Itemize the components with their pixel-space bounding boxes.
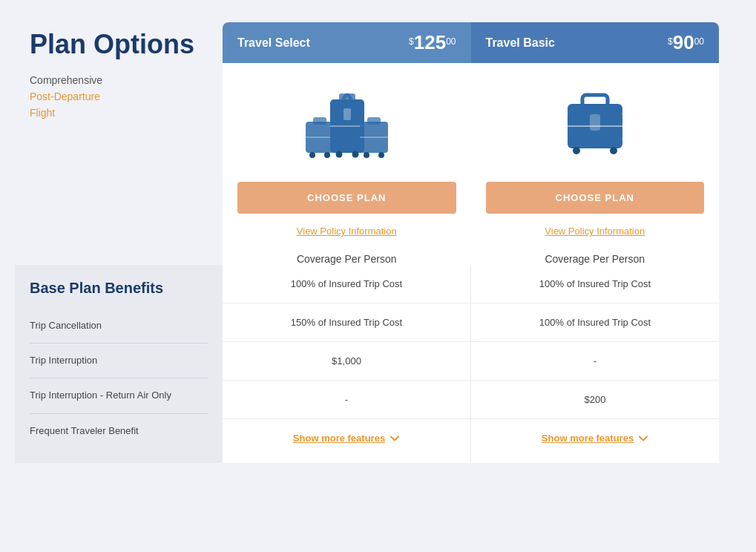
- benefit-select-trip-interruption-return: $1,000: [223, 342, 470, 381]
- svg-point-14: [364, 152, 369, 158]
- benefit-label-trip-interruption-return: Trip Interruption - Return Air Only: [30, 378, 208, 413]
- benefits-labels-panel: Base Plan Benefits Trip Cancellation Tri…: [15, 265, 223, 463]
- svg-point-3: [309, 152, 315, 158]
- coverage-label-basic: Coverage Per Person: [471, 246, 720, 265]
- right-spacer: [719, 22, 741, 265]
- show-more-basic-button[interactable]: Show more features: [542, 433, 648, 444]
- benefits-values-panel: 100% of Insured Trip Cost 150% of Insure…: [223, 265, 719, 463]
- plan-select-name: Travel Select: [237, 36, 310, 50]
- policy-link-select[interactable]: View Policy Information: [223, 226, 471, 237]
- svg-rect-1: [313, 117, 326, 125]
- plan-select-price: $12500: [409, 31, 456, 54]
- chevron-down-icon-basic: [638, 433, 648, 444]
- nav-item-comprehensive: Comprehensive: [30, 74, 208, 86]
- luggage-icon-select: [302, 83, 391, 165]
- svg-point-10: [352, 151, 359, 158]
- benefits-title: Base Plan Benefits: [30, 280, 208, 297]
- svg-rect-19: [590, 114, 600, 131]
- benefit-basic-trip-interruption-return: -: [471, 342, 719, 381]
- plan-select-cents: 00: [446, 36, 456, 47]
- nav-item-flight[interactable]: Flight: [30, 107, 208, 119]
- show-more-select-button[interactable]: Show more features: [293, 433, 400, 444]
- nav-item-post-departure[interactable]: Post-Departure: [30, 91, 208, 102]
- benefit-select-trip-interruption: 150% of Insured Trip Cost: [223, 303, 470, 342]
- choose-plan-select-button[interactable]: CHOOSE PLAN: [237, 182, 456, 214]
- svg-point-21: [610, 147, 617, 154]
- svg-point-20: [573, 147, 580, 154]
- svg-point-15: [378, 152, 384, 158]
- benefit-basic-trip-interruption: 100% of Insured Trip Cost: [471, 303, 719, 342]
- plan-basic-cents: 00: [694, 36, 704, 47]
- plan-select-main: 125: [414, 31, 446, 53]
- benefit-label-trip-cancellation: Trip Cancellation: [30, 309, 208, 344]
- benefits-col-basic: 100% of Insured Trip Cost 100% of Insure…: [470, 265, 719, 463]
- luggage-icon-basic: [554, 83, 636, 165]
- coverage-label-select: Coverage Per Person: [223, 246, 471, 265]
- svg-rect-12: [367, 117, 381, 125]
- plan-select-dollar: $: [409, 36, 414, 47]
- benefit-select-frequent-traveler: -: [223, 381, 470, 419]
- page-title: Plan Options: [30, 30, 208, 59]
- show-more-select-area: Show more features: [223, 419, 470, 457]
- plan-basic-main: 90: [673, 31, 694, 53]
- plan-basic-dollar: $: [668, 36, 673, 47]
- plan-travel-select: Travel Select $12500: [223, 22, 471, 265]
- svg-rect-8: [344, 108, 351, 120]
- sidebar-nav: Comprehensive Post-Departure Flight: [30, 74, 208, 119]
- policy-link-basic[interactable]: View Policy Information: [471, 226, 720, 237]
- svg-point-4: [324, 152, 330, 158]
- svg-point-9: [336, 151, 343, 158]
- plan-basic-icon-area: [471, 63, 720, 182]
- plan-select-icon-area: [223, 63, 471, 182]
- plan-travel-basic: Travel Basic $9000: [471, 22, 720, 265]
- right-spacer-bottom: [719, 265, 741, 463]
- plan-header-basic: Travel Basic $9000: [471, 22, 720, 63]
- plan-basic-name: Travel Basic: [486, 36, 555, 50]
- show-more-basic-area: Show more features: [471, 419, 719, 457]
- benefit-label-frequent-traveler: Frequent Traveler Benefit: [30, 414, 208, 448]
- plan-header-select: Travel Select $12500: [223, 22, 471, 63]
- plan-basic-price: $9000: [668, 31, 704, 54]
- svg-rect-17: [582, 95, 608, 107]
- benefit-label-trip-interruption: Trip Interruption: [30, 344, 208, 378]
- show-more-basic-label: Show more features: [542, 433, 634, 444]
- benefits-col-select: 100% of Insured Trip Cost 150% of Insure…: [223, 265, 470, 463]
- choose-plan-basic-button[interactable]: CHOOSE PLAN: [486, 182, 705, 214]
- benefit-basic-trip-cancellation: 100% of Insured Trip Cost: [471, 265, 719, 303]
- benefit-basic-frequent-traveler: $200: [471, 381, 719, 419]
- chevron-down-icon-select: [389, 433, 400, 444]
- benefit-select-trip-cancellation: 100% of Insured Trip Cost: [223, 265, 470, 303]
- show-more-select-label: Show more features: [293, 433, 385, 444]
